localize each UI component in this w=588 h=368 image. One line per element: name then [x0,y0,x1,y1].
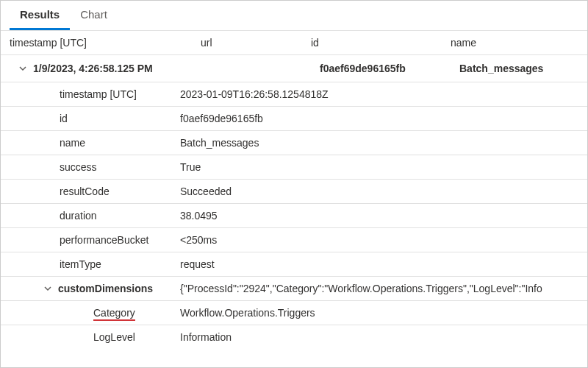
nested-detail-row: LogLevelInformation [1,325,587,349]
result-group-row[interactable]: 1/9/2023, 4:26:58.125 PM f0aef69de96165f… [1,55,587,82]
detail-value: 2023-01-09T16:26:58.1254818Z [177,88,587,100]
detail-value: f0aef69de96165fb [177,113,587,124]
detail-label: itemType [1,258,177,270]
column-header-name[interactable]: name [451,37,578,49]
detail-label: success [1,161,177,173]
tab-results[interactable]: Results [10,1,70,30]
detail-row: idf0aef69de96165fb [1,106,587,130]
custom-dimensions-row[interactable]: customDimensions {"ProcessId":"2924","Ca… [1,276,587,300]
custom-dimensions-json: {"ProcessId":"2924","Category":"Workflow… [177,283,587,294]
detail-label: duration [1,210,177,222]
detail-row: timestamp [UTC]2023-01-09T16:26:58.12548… [1,82,587,106]
chevron-down-icon[interactable] [17,63,29,74]
nested-detail-label: LogLevel [1,331,177,343]
nested-detail-value: Workflow.Operations.Triggers [177,307,587,319]
nested-detail-row: CategoryWorkflow.Operations.Triggers [1,300,587,325]
detail-label: id [1,113,177,124]
custom-dimensions-label: customDimensions [58,283,153,294]
detail-row: successTrue [1,155,587,179]
detail-value: <250ms [177,234,587,246]
detail-value: Succeeded [177,185,587,197]
column-header-timestamp[interactable]: timestamp [UTC] [10,37,201,49]
detail-row: performanceBucket<250ms [1,227,587,252]
detail-value: request [177,258,587,270]
detail-value: 38.0495 [177,210,587,222]
group-timestamp: 1/9/2023, 4:26:58.125 PM [33,63,211,74]
column-header-id[interactable]: id [311,37,451,49]
detail-value: True [177,161,587,173]
nested-detail-value: Information [177,331,587,343]
detail-row: resultCodeSucceeded [1,179,587,203]
detail-row: itemTyperequest [1,252,587,276]
detail-label: name [1,137,177,149]
group-id: f0aef69de96165fb [320,63,459,74]
detail-label: resultCode [1,185,177,197]
detail-row: nameBatch_messages [1,130,587,155]
column-header-url[interactable]: url [201,37,311,49]
nested-detail-label: Category [1,307,177,319]
detail-label: performanceBucket [1,234,177,246]
detail-label: timestamp [UTC] [1,88,177,100]
group-name: Batch_messages [459,63,571,74]
detail-value: Batch_messages [177,137,587,149]
detail-row: duration38.0495 [1,203,587,227]
tab-chart[interactable]: Chart [70,1,118,30]
chevron-down-icon[interactable] [42,283,54,294]
